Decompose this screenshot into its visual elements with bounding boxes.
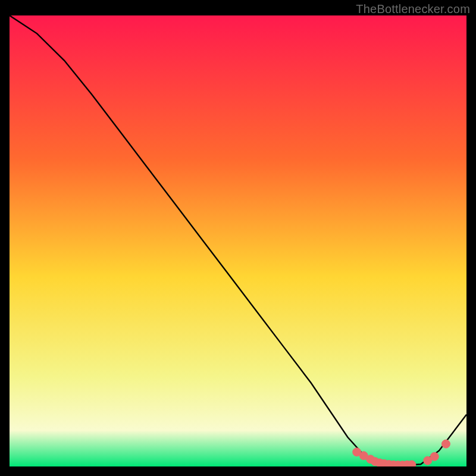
plot-area — [10, 15, 466, 466]
chart-container: TheBottlenecker.com — [0, 0, 476, 476]
data-marker — [430, 452, 439, 461]
data-marker — [441, 440, 450, 448]
chart-svg — [10, 15, 466, 466]
watermark-text: TheBottlenecker.com — [356, 2, 470, 16]
data-marker — [408, 461, 416, 466]
gradient-background — [10, 15, 466, 466]
